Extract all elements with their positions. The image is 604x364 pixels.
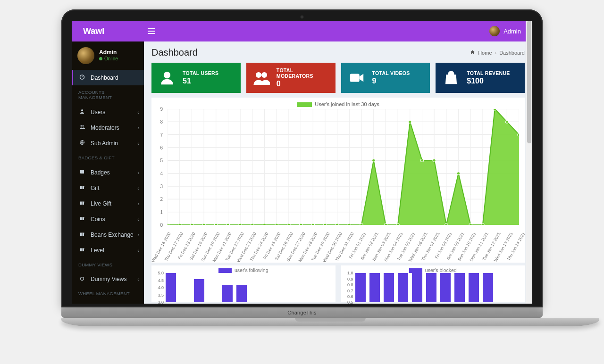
gift-icon: [78, 247, 86, 254]
svg-rect-16: [82, 233, 83, 236]
gift-icon: [78, 200, 86, 207]
app-screen: Wawi Admin: [72, 21, 532, 304]
svg-rect-13: [82, 217, 83, 221]
hamburger-icon[interactable]: [148, 27, 155, 35]
sidebar-item-live-gift[interactable]: Live Gift ‹: [72, 196, 144, 211]
svg-point-73: [263, 223, 266, 225]
card-total-users[interactable]: TOTAL USERS 51: [151, 63, 241, 93]
card-label: TOTAL MODERATORS: [277, 67, 329, 79]
y-axis-ticks: 0123456789: [154, 109, 165, 225]
sidebar-item-badges[interactable]: Badges ‹: [72, 165, 144, 180]
card-total-videos[interactable]: TOTAL VIDEOS 9: [341, 63, 430, 93]
sidebar-item-label: Dashboard: [91, 74, 118, 81]
sidebar-item-label: Live Gift: [91, 200, 111, 207]
breadcrumb-home[interactable]: Home: [478, 50, 492, 56]
svg-point-1: [81, 109, 83, 111]
chevron-left-icon: ‹: [137, 141, 139, 146]
sidebar-item-dummy-views[interactable]: Dummy Views ‹: [72, 272, 144, 287]
svg-point-87: [433, 159, 436, 162]
svg-point-86: [420, 159, 423, 162]
svg-point-80: [348, 223, 351, 225]
card-label: TOTAL REVENUE: [467, 70, 510, 76]
svg-point-93: [505, 120, 508, 123]
svg-point-79: [336, 223, 338, 225]
bag-icon: [442, 69, 460, 87]
sidebar-item-beans-exchange[interactable]: Beans Exchange ‹: [72, 227, 144, 242]
card-label: TOTAL USERS: [183, 70, 218, 76]
card-label: TOTAL VIDEOS: [372, 70, 410, 76]
card-value: 51: [183, 77, 218, 85]
gift-icon: [78, 231, 86, 238]
svg-point-2: [81, 125, 82, 127]
mockup-badge: ChangeThis: [61, 307, 543, 318]
sidebar-section-badges: BADGES & GIFT: [72, 151, 144, 165]
camera-dot: [300, 15, 304, 19]
sidebar-item-coins[interactable]: Coins ‹: [72, 211, 144, 227]
sidebar-item-label: Users: [91, 109, 105, 116]
breadcrumb: Home › Dashboard: [470, 50, 525, 56]
svg-point-82: [372, 159, 375, 162]
svg-point-23: [261, 72, 267, 78]
chevron-left-icon: ‹: [137, 125, 139, 131]
laptop-mockup: Wawi Admin: [61, 9, 543, 326]
sidebar-item-users[interactable]: Users ‹: [72, 104, 144, 120]
video-icon: [348, 69, 366, 87]
sidebar: Admin Online Dashboard ACCOUNTS MANAGEME…: [72, 41, 144, 304]
chevron-left-icon: ‹: [137, 232, 139, 238]
svg-point-72: [251, 223, 254, 225]
chevron-left-icon: ‹: [137, 109, 139, 115]
sidebar-item-label: Badges: [91, 169, 110, 176]
chevron-left-icon: ‹: [137, 170, 139, 175]
chevron-left-icon: ‹: [137, 248, 139, 253]
sidebar-item-dashboard[interactable]: Dashboard: [72, 70, 144, 85]
laptop-lid: Wawi Admin: [61, 9, 543, 307]
svg-point-83: [384, 223, 387, 225]
scrollbar-thumb[interactable]: [527, 21, 531, 143]
chart-legend: User's joined in last 30 days: [154, 100, 522, 109]
svg-point-85: [409, 120, 411, 123]
svg-point-20: [81, 277, 84, 281]
card-value: 9: [372, 77, 410, 85]
svg-rect-7: [82, 186, 83, 190]
chevron-left-icon: ‹: [137, 185, 139, 191]
scrollbar[interactable]: [526, 21, 532, 304]
x-axis-ticks: Wed Dec 16 2020Thu Dec 17 2020Fri Dec 18…: [168, 232, 522, 262]
svg-point-88: [445, 223, 448, 225]
svg-point-78: [324, 223, 327, 225]
area-chart-svg: [168, 109, 519, 225]
sidebar-item-sub-admin[interactable]: Sub Admin ‹: [72, 135, 144, 151]
topbar-user-label: Admin: [503, 28, 521, 35]
svg-point-22: [256, 72, 261, 78]
users-icon: [78, 124, 86, 131]
breadcrumb-current: Dashboard: [499, 50, 525, 56]
svg-point-69: [215, 223, 218, 225]
chart-users-joined: User's joined in last 30 days 0123456789: [151, 98, 525, 263]
sidebar-item-label: Sub Admin: [91, 140, 118, 147]
gift-icon: [78, 184, 86, 191]
svg-point-77: [311, 223, 314, 225]
brand-label[interactable]: Wawi: [72, 21, 144, 41]
breadcrumb-sep: ›: [495, 50, 497, 56]
sidebar-user[interactable]: Admin Online: [72, 41, 144, 70]
card-total-revenue[interactable]: TOTAL REVENUE $100: [436, 63, 525, 93]
svg-point-70: [226, 223, 229, 225]
svg-point-90: [469, 223, 472, 225]
svg-point-92: [493, 109, 496, 110]
sidebar-user-status: Online: [99, 56, 118, 62]
stat-cards: TOTAL USERS 51 TOTAL MODERATORS: [151, 63, 525, 93]
svg-point-84: [396, 223, 399, 225]
sidebar-section-dummy: Dummy Views: [72, 258, 144, 272]
sidebar-item-level[interactable]: Level ‹: [72, 242, 144, 258]
chart-users-following: user's following 5.04.54.03.53.0: [151, 265, 336, 302]
sidebar-user-name: Admin: [99, 49, 118, 56]
sidebar-item-gift[interactable]: Gift ‹: [72, 180, 144, 196]
page-title: Dashboard: [151, 47, 198, 58]
svg-point-67: [190, 223, 193, 225]
svg-rect-19: [82, 248, 83, 252]
card-total-moderators[interactable]: TOTAL MODERATORS 0: [246, 63, 336, 93]
svg-point-3: [83, 125, 84, 127]
svg-point-76: [299, 223, 302, 225]
sidebar-item-moderators[interactable]: Moderators ‹: [72, 120, 144, 135]
sidebar-section-wheel: WHEEL MANAGEMENT: [72, 287, 144, 300]
avatar-icon: [489, 26, 500, 36]
